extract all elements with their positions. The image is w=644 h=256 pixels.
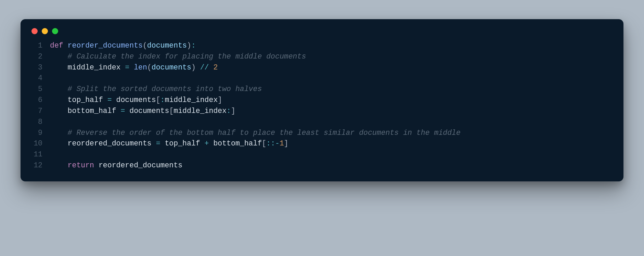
line-content: bottom_half = documents[middle_index:] — [50, 106, 613, 117]
close-icon[interactable] — [31, 28, 38, 34]
code-line: 2 # Calculate the index for placing the … — [31, 51, 613, 62]
code-token: [ — [262, 139, 266, 148]
line-number: 7 — [31, 106, 50, 117]
code-line: 9 # Reverse the order of the bottom half… — [31, 128, 613, 139]
code-token: ) — [191, 63, 196, 72]
code-line: 5 # Split the sorted documents into two … — [31, 84, 613, 95]
code-token: # Calculate the index for placing the mi… — [68, 52, 306, 61]
line-number: 5 — [31, 84, 50, 95]
code-line: 10 reordered_documents = top_half + bott… — [31, 138, 613, 149]
code-token: 1 — [280, 139, 284, 148]
code-token — [50, 63, 68, 72]
code-line: 11 — [31, 149, 613, 160]
code-token: 2 — [213, 63, 218, 72]
code-token: middle_index — [68, 63, 125, 72]
code-token — [50, 96, 68, 104]
code-line: 4 — [31, 73, 613, 84]
line-number: 4 — [31, 73, 50, 84]
code-token: documents — [147, 41, 187, 50]
code-token: = — [107, 96, 112, 104]
line-content: return reordered_documents — [50, 160, 613, 171]
line-content — [50, 149, 613, 160]
code-token: ( — [143, 41, 147, 50]
code-token — [50, 107, 68, 115]
line-content: def reorder_documents(documents): — [50, 40, 613, 51]
code-token — [209, 63, 214, 72]
code-token: ] — [231, 107, 235, 115]
code-token — [50, 139, 68, 148]
line-number: 10 — [31, 138, 50, 149]
code-token: = — [156, 139, 160, 148]
code-token: :: — [266, 139, 275, 148]
line-content — [50, 73, 613, 84]
line-number: 9 — [31, 128, 50, 139]
line-content: middle_index = len(documents) // 2 — [50, 62, 613, 73]
code-token: : — [227, 107, 231, 115]
code-token: middle_index — [165, 96, 218, 104]
code-token: : — [191, 41, 196, 50]
code-token: top_half — [68, 96, 107, 104]
code-token: documents — [112, 96, 156, 104]
code-token: ] — [284, 139, 288, 148]
code-token: reorder_documents — [68, 41, 143, 50]
code-line: 8 — [31, 117, 613, 128]
maximize-icon[interactable] — [52, 28, 58, 34]
code-token — [50, 85, 68, 93]
code-token: len — [134, 63, 147, 72]
line-number: 11 — [31, 149, 50, 160]
code-line: 7 bottom_half = documents[middle_index:] — [31, 106, 613, 117]
code-token: ) — [187, 41, 191, 50]
code-token: = — [125, 63, 129, 72]
code-token — [196, 63, 200, 72]
line-content: # Reverse the order of the bottom half t… — [50, 128, 613, 139]
code-token: documents — [125, 107, 169, 115]
code-token: def — [50, 41, 68, 50]
line-number: 2 — [31, 51, 50, 62]
code-token — [129, 63, 134, 72]
code-token — [50, 52, 68, 61]
code-token: : — [160, 96, 165, 104]
code-token: return — [68, 161, 94, 169]
window-traffic-lights — [31, 28, 613, 34]
code-line: 3 middle_index = len(documents) // 2 — [31, 62, 613, 73]
code-token: middle_index — [173, 107, 227, 115]
code-token — [50, 161, 68, 169]
line-number: 6 — [31, 95, 50, 106]
code-token: bottom_half — [209, 139, 262, 148]
line-number: 8 — [31, 117, 50, 128]
code-token: + — [205, 139, 209, 148]
line-number: 1 — [31, 40, 50, 51]
code-line: 12 return reordered_documents — [31, 160, 613, 171]
code-token: # Split the sorted documents into two ha… — [68, 85, 262, 93]
line-content: top_half = documents[:middle_index] — [50, 95, 613, 106]
code-token: ( — [147, 63, 152, 72]
code-token: bottom_half — [68, 107, 121, 115]
code-token: documents — [152, 63, 191, 72]
line-number: 12 — [31, 160, 50, 171]
code-token: reordered_documents — [68, 139, 156, 148]
line-content: # Calculate the index for placing the mi… — [50, 51, 613, 62]
line-content: reordered_documents = top_half + bottom_… — [50, 138, 613, 149]
line-number: 3 — [31, 62, 50, 73]
code-token: [ — [169, 107, 173, 115]
code-token: # Reverse the order of the bottom half t… — [68, 129, 461, 137]
code-token: = — [120, 107, 125, 115]
code-block: 1def reorder_documents(documents):2 # Ca… — [31, 40, 613, 171]
code-token: // — [200, 63, 209, 72]
editor-window: 1def reorder_documents(documents):2 # Ca… — [21, 19, 623, 181]
code-line: 6 top_half = documents[:middle_index] — [31, 95, 613, 106]
code-token — [50, 129, 68, 137]
code-token: reordered_documents — [94, 161, 182, 169]
code-token: ] — [218, 96, 222, 104]
line-content: # Split the sorted documents into two ha… — [50, 84, 613, 95]
code-token: top_half — [160, 139, 205, 148]
minimize-icon[interactable] — [42, 28, 48, 34]
code-line: 1def reorder_documents(documents): — [31, 40, 613, 51]
line-content — [50, 117, 613, 128]
code-token: [ — [156, 96, 160, 104]
code-token: - — [275, 139, 280, 148]
